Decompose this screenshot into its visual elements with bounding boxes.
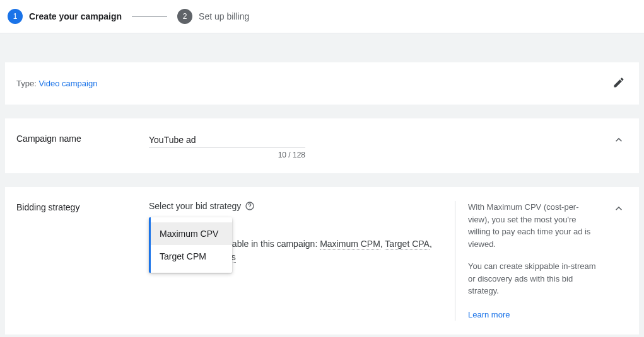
pencil-icon[interactable]	[612, 76, 625, 91]
svg-point-1	[250, 208, 250, 208]
bid-dropdown: Maximum CPV Target CPM	[149, 217, 232, 273]
bid-select-label-row: Select your bid strategy	[149, 201, 442, 211]
step-badge-1: 1	[8, 9, 23, 24]
learn-more-link[interactable]: Learn more	[468, 309, 510, 321]
chevron-up-icon[interactable]	[612, 134, 625, 148]
chevron-up-icon[interactable]	[612, 202, 625, 217]
step-1[interactable]: 1 Create your campaign	[8, 9, 122, 24]
content-area: Type: Video campaign Campaign name 10 / …	[0, 33, 644, 337]
unavailable-target-cpa[interactable]: Target CPA	[385, 239, 430, 249]
step-connector	[132, 16, 167, 17]
help-paragraph-1: With Maximum CPV (cost-per-view), you se…	[468, 201, 600, 250]
dropdown-option-target-cpm[interactable]: Target CPM	[151, 245, 232, 268]
bidding-body: Select your bid strategy Maximum CPV Tar…	[149, 201, 442, 264]
type-value: Video campaign	[38, 79, 97, 88]
help-paragraph-2: You can create skippable in-stream or di…	[468, 260, 600, 297]
campaign-name-card: Campaign name 10 / 128	[5, 118, 639, 173]
char-counter: 10 / 128	[149, 151, 305, 159]
unavailable-maximum-cpm[interactable]: Maximum CPM	[320, 239, 380, 249]
step-badge-2: 2	[177, 9, 192, 24]
step-label-2: Set up billing	[199, 11, 249, 21]
campaign-type-text: Type: Video campaign	[16, 79, 97, 88]
type-label: Type:	[16, 79, 38, 88]
campaign-name-body: 10 / 128	[149, 132, 600, 159]
campaign-name-label: Campaign name	[16, 132, 149, 144]
bid-select-label: Select your bid strategy	[149, 201, 241, 211]
help-icon[interactable]	[245, 201, 255, 211]
stepper: 1 Create your campaign 2 Set up billing	[0, 0, 644, 33]
campaign-name-input[interactable]	[149, 132, 305, 148]
step-label-1: Create your campaign	[29, 11, 122, 21]
step-2[interactable]: 2 Set up billing	[177, 9, 249, 24]
bidding-help-panel: With Maximum CPV (cost-per-view), you se…	[455, 201, 600, 321]
bidding-strategy-card: Bidding strategy Select your bid strateg…	[5, 187, 639, 334]
campaign-type-card: Type: Video campaign	[5, 62, 639, 105]
dropdown-option-maximum-cpv[interactable]: Maximum CPV	[151, 222, 232, 245]
bidding-label: Bidding strategy	[16, 201, 149, 212]
